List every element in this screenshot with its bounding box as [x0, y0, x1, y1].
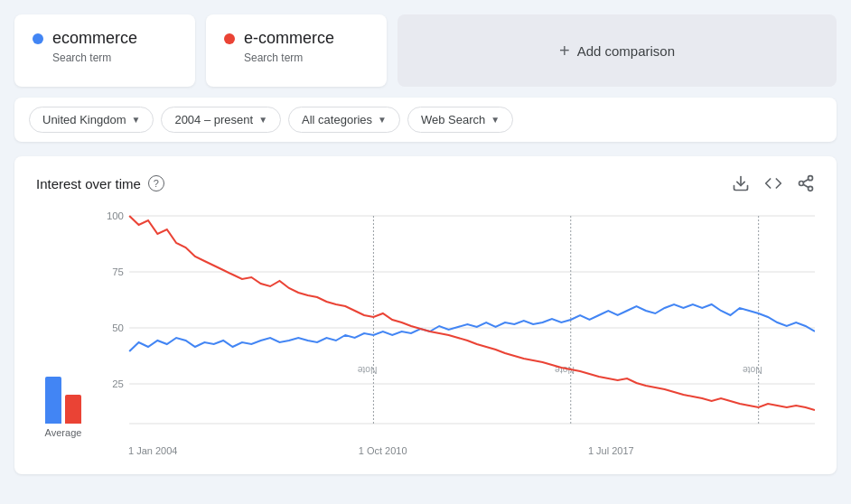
help-icon[interactable]: ?	[148, 175, 164, 191]
time-chevron-icon: ▼	[258, 115, 267, 125]
svg-text:25: 25	[112, 378, 124, 389]
add-comparison-button[interactable]: + Add comparison	[397, 14, 837, 87]
red-trend-line	[129, 216, 815, 410]
chart-section: Interest over time ?	[14, 156, 837, 474]
average-bars	[45, 369, 81, 424]
svg-text:100: 100	[107, 210, 124, 221]
term1-label: ecommerce	[52, 29, 137, 48]
chart-title: Interest over time	[36, 176, 141, 191]
average-label: Average	[45, 427, 82, 438]
svg-text:50: 50	[112, 322, 124, 333]
category-filter[interactable]: All categories ▼	[288, 107, 400, 133]
svg-text:Note: Note	[743, 365, 762, 375]
svg-text:75: 75	[112, 266, 124, 277]
svg-text:Note: Note	[357, 365, 377, 375]
term1-dot	[33, 33, 43, 44]
chart-area: 100 75 50 25 Note Note Note	[101, 207, 815, 456]
term2-label: e-commerce	[244, 29, 334, 48]
time-filter-label: 2004 – present	[174, 113, 253, 126]
chart-title-row: Interest over time ?	[36, 175, 164, 191]
search-type-filter-label: Web Search	[421, 113, 485, 126]
filters-row: United Kingdom ▼ 2004 – present ▼ All ca…	[14, 98, 837, 142]
chart-container: Average 100 75 50 25	[36, 207, 815, 456]
search-term-card-2: e-commerce Search term	[206, 14, 387, 87]
average-bar-blue	[45, 377, 61, 424]
location-chevron-icon: ▼	[132, 115, 141, 125]
chart-svg-wrapper: 100 75 50 25 Note Note Note	[101, 207, 815, 442]
location-filter-label: United Kingdom	[42, 113, 126, 126]
plus-icon: +	[559, 41, 570, 61]
x-label-2004: 1 Jan 2004	[128, 445, 177, 456]
share-icon[interactable]	[797, 174, 815, 192]
download-icon[interactable]	[732, 174, 750, 192]
add-comparison-label: Add comparison	[577, 43, 675, 59]
term1-type: Search term	[52, 51, 177, 64]
term2-dot	[224, 33, 235, 44]
top-section: ecommerce Search term e-commerce Search …	[14, 14, 837, 87]
category-filter-label: All categories	[302, 113, 372, 126]
x-label-2010: 1 Oct 2010	[359, 445, 407, 456]
category-chevron-icon: ▼	[378, 115, 387, 125]
search-term-card-1: ecommerce Search term	[14, 14, 195, 87]
chart-header: Interest over time ?	[36, 174, 815, 192]
x-labels: 1 Jan 2004 1 Oct 2010 1 Jul 2017	[101, 442, 815, 456]
search-type-chevron-icon: ▼	[491, 115, 500, 125]
svg-line-5	[803, 179, 809, 182]
time-filter[interactable]: 2004 – present ▼	[161, 107, 281, 133]
location-filter[interactable]: United Kingdom ▼	[29, 107, 154, 133]
svg-line-4	[803, 184, 809, 187]
term2-type: Search term	[244, 51, 369, 64]
embed-icon[interactable]	[764, 174, 782, 192]
average-section: Average	[36, 207, 90, 456]
chart-actions	[732, 174, 815, 192]
average-bar-red	[65, 395, 81, 424]
x-label-2017: 1 Jul 2017	[588, 445, 634, 456]
interest-chart: 100 75 50 25 Note Note Note	[101, 207, 815, 442]
search-type-filter[interactable]: Web Search ▼	[407, 107, 513, 133]
